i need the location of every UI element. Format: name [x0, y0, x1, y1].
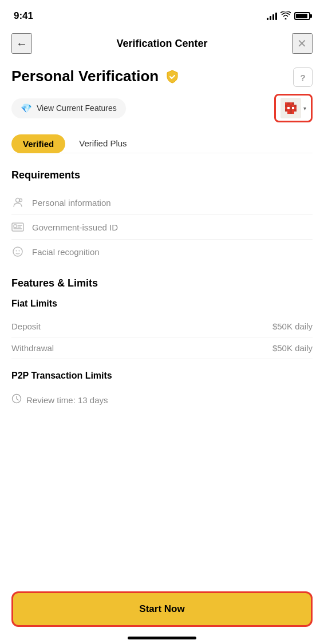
p2p-review-time: Review time: 13 days	[26, 395, 108, 405]
svg-rect-22	[292, 112, 294, 114]
deposit-value: $50K daily	[272, 321, 313, 331]
personal-info-label: Personal information	[32, 198, 111, 208]
close-icon: ✕	[297, 37, 307, 50]
bottom-bar: Start Now	[0, 585, 324, 644]
svg-point-31	[13, 247, 22, 256]
svg-rect-6	[287, 105, 290, 107]
svg-rect-8	[292, 105, 294, 107]
diamond-icon: 💎	[21, 103, 32, 114]
svg-rect-17	[290, 109, 292, 112]
shield-icon	[164, 69, 180, 85]
requirement-item: Personal information	[11, 190, 313, 215]
features-btn-label: View Current Features	[37, 104, 117, 113]
fiat-limits-label: Fiat Limits	[11, 299, 313, 309]
chevron-down-icon: ▾	[303, 105, 306, 112]
close-button[interactable]: ✕	[292, 33, 313, 54]
main-content: Personal Verification ? 💎 View Current F…	[0, 58, 324, 412]
svg-rect-27	[14, 225, 17, 228]
start-now-button[interactable]: Start Now	[11, 591, 313, 627]
section-title: Personal Verification	[11, 67, 159, 85]
page-title: Verification Center	[116, 38, 207, 50]
svg-rect-5	[285, 105, 287, 107]
features-limits-label: Features & Limits	[11, 277, 313, 289]
help-button[interactable]: ?	[293, 67, 313, 87]
back-arrow-icon: ←	[16, 37, 27, 50]
svg-rect-18	[292, 109, 294, 112]
svg-rect-20	[287, 112, 290, 114]
requirement-item: Facial recognition	[11, 240, 313, 264]
p2p-section: P2P Transaction Limits Review time: 13 d…	[11, 371, 313, 412]
status-bar: 9:41	[0, 0, 324, 29]
svg-rect-15	[285, 109, 287, 112]
svg-point-33	[19, 251, 20, 252]
svg-rect-21	[290, 112, 292, 114]
svg-rect-16	[287, 109, 290, 112]
withdrawal-label: Withdrawal	[11, 343, 54, 353]
face-icon	[11, 245, 24, 258]
deposit-label: Deposit	[11, 321, 41, 331]
requirements-label: Requirements	[11, 169, 313, 181]
p2p-limits-label: P2P Transaction Limits	[11, 371, 313, 381]
deposit-limit-row: Deposit $50K daily	[11, 316, 313, 337]
features-limits-section: Features & Limits Fiat Limits Deposit $5…	[11, 277, 313, 359]
withdrawal-value: $50K daily	[272, 343, 313, 353]
facial-recognition-label: Facial recognition	[32, 247, 100, 257]
svg-rect-9	[294, 105, 297, 107]
id-icon	[11, 221, 24, 233]
svg-rect-14	[294, 107, 297, 109]
features-row: 💎 View Current Features	[11, 94, 313, 122]
svg-rect-13	[292, 107, 294, 109]
status-time: 9:41	[14, 10, 33, 22]
section-header: Personal Verification ?	[11, 67, 313, 87]
person-icon	[11, 196, 24, 209]
svg-rect-4	[292, 102, 294, 105]
requirement-item: Government-issued ID	[11, 215, 313, 240]
svg-rect-10	[285, 107, 287, 109]
svg-rect-12	[290, 107, 292, 109]
svg-rect-2	[287, 102, 290, 105]
status-icons	[267, 11, 310, 21]
tab-verified-plus[interactable]: Verified Plus	[77, 134, 129, 153]
battery-icon	[294, 12, 310, 20]
avatar-dropdown[interactable]: ▾	[274, 94, 313, 122]
tab-verified[interactable]: Verified	[11, 134, 65, 153]
svg-rect-3	[290, 102, 292, 105]
svg-rect-19	[294, 109, 297, 112]
svg-rect-1	[285, 102, 287, 105]
signal-icon	[267, 12, 277, 20]
nav-header: ← Verification Center ✕	[0, 29, 324, 58]
title-row: Personal Verification	[11, 67, 180, 85]
requirements-section: Requirements Personal information	[11, 169, 313, 264]
svg-rect-7	[290, 105, 292, 107]
govt-id-label: Government-issued ID	[32, 222, 118, 232]
avatar	[280, 98, 301, 118]
svg-rect-11	[287, 107, 290, 109]
withdrawal-limit-row: Withdrawal $50K daily	[11, 337, 313, 359]
p2p-review-row: Review time: 13 days	[11, 388, 313, 412]
view-features-button[interactable]: 💎 View Current Features	[11, 98, 126, 118]
wifi-icon	[280, 11, 291, 21]
home-indicator	[128, 637, 196, 639]
svg-point-32	[16, 251, 17, 252]
clock-icon	[11, 393, 22, 406]
back-button[interactable]: ←	[11, 33, 32, 54]
tab-row: Verified Verified Plus	[11, 134, 313, 153]
